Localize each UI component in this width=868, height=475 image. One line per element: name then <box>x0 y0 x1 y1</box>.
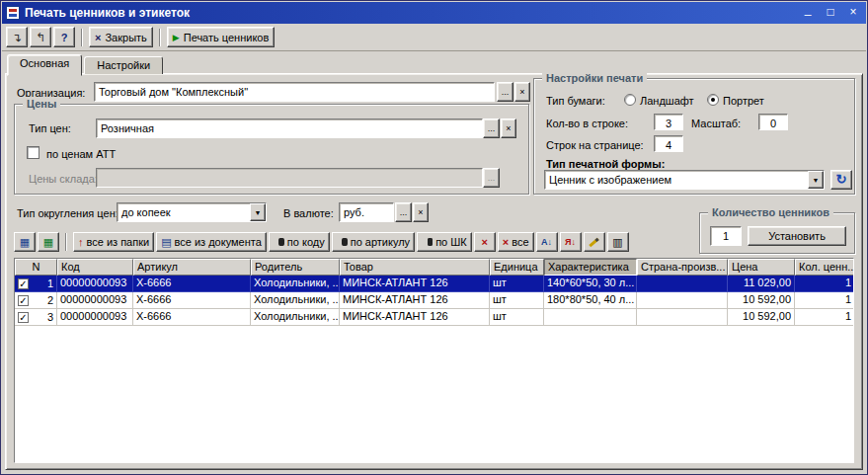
table-cell[interactable]: шт <box>490 276 544 292</box>
nav-down-button[interactable]: ↴ <box>6 27 28 47</box>
column-header[interactable]: Код <box>57 259 133 276</box>
refresh-icon: ↻ <box>836 172 847 187</box>
table-cell[interactable]: МИНСК-АТЛАНТ 126 <box>340 276 490 292</box>
nav-up-button[interactable]: ↰ <box>30 27 51 47</box>
print-form-type-select[interactable]: Ценник с изображением ▼ <box>544 170 825 190</box>
table-cell[interactable]: 10 592,00 <box>728 292 795 309</box>
clear-all-label: все <box>512 236 528 248</box>
table-cell[interactable]: МИНСК-АТЛАНТ 126 <box>340 292 490 309</box>
quantity-input[interactable]: 1 <box>710 226 742 246</box>
price-type-picker-button[interactable]: ... <box>483 119 500 138</box>
sort-descending-button[interactable]: Я↓ <box>560 232 582 252</box>
chevron-down-icon[interactable]: ▼ <box>808 171 824 189</box>
main-panel: Организация: Торговый дом "Комплексный" … <box>5 73 863 470</box>
rows-per-page-input[interactable]: 4 <box>654 135 683 152</box>
set-quantity-button[interactable]: Установить <box>748 226 846 246</box>
find-by-code-button[interactable]: по коду <box>269 232 330 252</box>
table-cell[interactable]: Х-6666 <box>133 292 251 309</box>
maximize-button[interactable]: □ <box>822 5 839 21</box>
print-tags-button[interactable]: ▶ Печать ценников <box>167 27 276 47</box>
table-cell[interactable]: 10 592,00 <box>728 309 795 326</box>
table-cell[interactable]: 11 029,00 <box>728 276 795 292</box>
table-row[interactable]: ✓200000000093Х-6666Холодильники, ...МИНС… <box>15 292 853 309</box>
find-by-barcode-button[interactable]: по ШК <box>417 232 472 252</box>
column-header[interactable]: Цена <box>728 259 795 276</box>
price-type-input[interactable]: Розничная <box>96 119 483 138</box>
refresh-form-button[interactable]: ↻ <box>830 170 852 190</box>
scale-input[interactable]: 0 <box>758 114 788 130</box>
currency-clear-button[interactable]: × <box>413 202 429 222</box>
table-cell[interactable]: 00000000093 <box>57 309 133 326</box>
paper-portrait-radio[interactable] <box>707 94 719 106</box>
table-cell[interactable]: 180*80*50, 40 л... <box>544 292 637 309</box>
currency-label: В валюте: <box>283 206 334 220</box>
copy-button[interactable]: ▥ <box>607 232 629 252</box>
table-cell[interactable]: МИНСК-АТЛАНТ 126 <box>340 309 490 326</box>
row-checkbox[interactable]: ✓ <box>18 295 29 306</box>
organization-input[interactable]: Торговый дом "Комплексный" <box>94 82 495 102</box>
organization-picker-button[interactable]: ... <box>497 82 513 102</box>
price-type-label: Тип цен: <box>29 121 71 135</box>
tab-main[interactable]: Основная <box>7 54 82 76</box>
find-by-article-button[interactable]: по артикулу <box>332 232 415 252</box>
tabstrip: Основная Настройки <box>7 53 165 74</box>
table-cell[interactable] <box>637 292 728 309</box>
att-prices-checkbox[interactable] <box>27 146 39 159</box>
erase-button[interactable] <box>584 232 605 252</box>
pick-from-group-button[interactable]: ▦ <box>38 232 59 252</box>
pick-from-catalog-button[interactable]: ▦ <box>14 232 36 252</box>
currency-picker-button[interactable]: ... <box>395 202 412 222</box>
all-from-document-button[interactable]: ▤ все из документа <box>156 232 267 252</box>
clear-all-button[interactable]: × все <box>498 232 534 252</box>
table-cell[interactable]: 1 <box>795 276 854 292</box>
table-cell[interactable]: 1 <box>795 292 854 309</box>
table-cell[interactable]: Холодильники, ... <box>251 292 340 309</box>
tab-settings[interactable]: Настройки <box>84 56 163 74</box>
per-row-input[interactable]: 3 <box>654 114 683 130</box>
table-cell[interactable]: шт <box>490 309 544 326</box>
table-cell[interactable] <box>544 309 637 326</box>
help-button[interactable]: ? <box>53 27 75 47</box>
table-cell[interactable]: Х-6666 <box>133 276 251 292</box>
all-from-folder-button[interactable]: ↑ все из папки <box>73 232 154 252</box>
table-cell[interactable]: 00000000093 <box>57 292 133 309</box>
table-cell[interactable]: 140*60*50, 30 л... <box>544 276 637 292</box>
column-header[interactable]: Артикул <box>133 259 251 276</box>
titlebar[interactable]: Печать ценников и этикеток _ □ × <box>2 2 866 24</box>
currency-input[interactable]: руб. <box>339 202 394 222</box>
row-number-cell[interactable]: ✓1 <box>15 276 57 292</box>
table-cell[interactable] <box>637 276 728 292</box>
table-cell[interactable]: Х-6666 <box>133 309 251 326</box>
table-row[interactable]: ✓300000000093Х-6666Холодильники, ...МИНС… <box>15 309 853 326</box>
paper-landscape-label: Ландшафт <box>640 94 694 108</box>
column-header[interactable]: Единица <box>490 259 544 276</box>
column-header[interactable]: Кол. ценн... <box>795 259 854 276</box>
table-row[interactable]: ✓100000000093Х-6666Холодильники, ...МИНС… <box>15 276 853 292</box>
organization-clear-button[interactable]: × <box>514 82 530 102</box>
table-cell[interactable]: 00000000093 <box>57 276 133 292</box>
minimize-button[interactable]: _ <box>799 5 817 21</box>
table-cell[interactable]: Холодильники, ... <box>251 309 340 326</box>
row-checkbox[interactable]: ✓ <box>18 278 29 289</box>
table-cell[interactable]: Холодильники, ... <box>251 276 340 292</box>
chevron-down-icon[interactable]: ▼ <box>250 203 266 221</box>
column-header[interactable]: Товар <box>340 259 490 276</box>
column-header[interactable]: Родитель <box>251 259 340 276</box>
column-header[interactable]: Страна-произв... <box>637 259 728 276</box>
close-form-button[interactable]: × Закрыть <box>89 27 153 47</box>
row-checkbox[interactable]: ✓ <box>18 312 29 323</box>
table-cell[interactable] <box>637 309 728 326</box>
rounding-select[interactable]: до копеек ▼ <box>117 202 267 222</box>
column-header[interactable]: N <box>15 259 57 276</box>
quantity-group: Количество ценников 1 Установить <box>699 212 855 254</box>
remove-row-button[interactable]: × <box>474 232 496 252</box>
close-button[interactable]: × <box>844 5 862 21</box>
table-cell[interactable]: шт <box>490 292 544 309</box>
row-number-cell[interactable]: ✓2 <box>15 292 57 309</box>
table-cell[interactable]: 1 <box>795 309 854 326</box>
row-number-cell[interactable]: ✓3 <box>15 309 57 326</box>
price-type-clear-button[interactable]: × <box>501 119 516 138</box>
paper-landscape-radio[interactable] <box>624 94 636 106</box>
sort-ascending-button[interactable]: А↓ <box>536 232 558 252</box>
column-header[interactable]: Характеристика <box>544 259 637 276</box>
